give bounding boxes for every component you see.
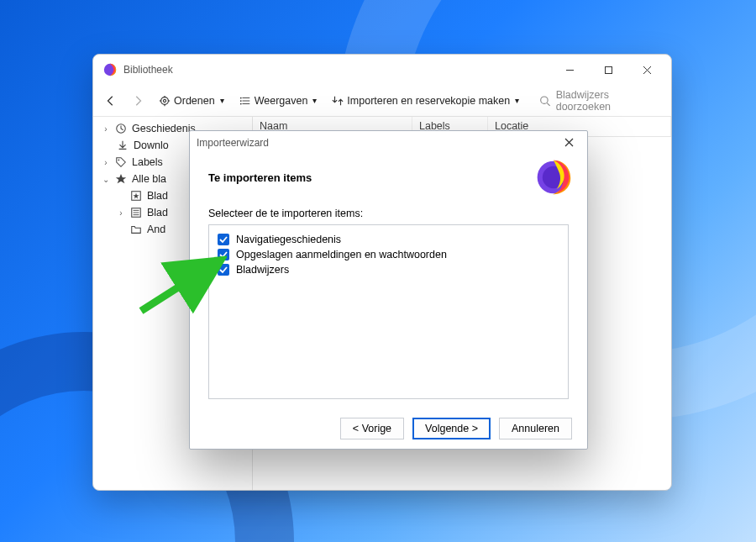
firefox-icon [103,63,117,76]
back-button[interactable]: < Vorige [340,418,404,439]
chevron-down-icon: ▾ [515,96,519,105]
search-placeholder: Bladwijzers doorzoeken [556,89,663,113]
organize-label: Ordenen [174,95,215,107]
gear-icon [159,95,171,107]
wizard-footer: < Vorige Volgende > Annuleren [190,408,587,449]
search-icon [539,95,551,107]
chevron-right-icon: › [102,124,110,134]
svg-line-18 [548,103,550,105]
folder-icon [130,224,142,235]
wizard-body: Selecteer de te importeren items: Naviga… [190,208,587,408]
download-icon [117,139,129,151]
close-button[interactable] [627,57,666,82]
nav-forward-button[interactable] [129,92,147,109]
window-controls [550,57,666,82]
wizard-header: Te importeren items [190,154,587,208]
sidebar-label: Geschiedenis [132,123,196,134]
bookmark-star-icon [130,190,142,202]
import-items-list: Navigatiegeschiedenis Opgeslagen aanmeld… [208,224,569,399]
sidebar-label: Blad [147,207,168,218]
sidebar-label: Labels [132,156,163,168]
sidebar-label: Alle bla [132,173,166,185]
chevron-right-icon: › [102,158,110,167]
chevron-down-icon: ▾ [312,96,317,105]
checkbox-saved-logins[interactable]: Opgeslagen aanmeldingen en wachtwoorden [218,247,559,262]
svg-line-30 [141,264,215,311]
views-label: Weergaven [255,95,308,107]
next-button[interactable]: Volgende > [412,418,491,439]
annotation-arrow [134,252,227,319]
checkbox-checked-icon [218,234,229,245]
svg-point-5 [161,97,169,104]
checkbox-label: Bladwijzers [236,264,289,276]
svg-point-15 [240,100,242,102]
checkbox-label: Navigatiegeschiedenis [236,234,341,245]
svg-point-17 [541,96,548,103]
checkbox-nav-history[interactable]: Navigatiegeschiedenis [218,232,559,247]
wizard-titlebar[interactable]: Importeerwizard [190,131,587,154]
svg-point-16 [240,103,242,104]
list-icon [239,95,251,107]
checkbox-bookmarks[interactable]: Bladwijzers [218,262,559,277]
wizard-window-title: Importeerwizard [197,137,269,149]
import-export-icon [332,95,344,107]
chevron-down-icon: ⌄ [102,175,110,184]
star-icon [115,173,127,185]
import-label: Importeren en reservekopie maken [347,95,510,107]
clock-icon [115,123,127,134]
search-field[interactable]: Bladwijzers doorzoeken [531,89,663,113]
tag-icon [115,156,127,168]
cancel-button[interactable]: Annuleren [499,418,572,439]
sidebar-label: And [147,224,165,235]
wizard-prompt: Selecteer de te importeren items: [208,208,569,219]
nav-back-button[interactable] [102,92,120,109]
svg-point-20 [118,160,120,161]
svg-point-6 [163,99,165,102]
import-wizard-dialog: Importeerwizard Te importeren items Sele… [189,130,588,450]
chevron-down-icon: ▾ [220,96,224,105]
sidebar-label: Downlo [134,139,169,151]
firefox-logo [535,159,572,196]
close-button[interactable] [557,133,580,153]
views-menu[interactable]: Weergaven▾ [236,92,321,109]
checkbox-label: Opgeslagen aanmeldingen en wachtwoorden [236,249,447,260]
chevron-right-icon: › [117,208,125,218]
bookmark-menu-icon [130,207,142,218]
minimize-button[interactable] [550,57,589,82]
maximize-button[interactable] [589,57,627,82]
svg-point-14 [240,97,242,98]
close-icon [564,138,574,147]
window-title: Bibliotheek [123,64,550,76]
toolbar: Ordenen▾ Weergaven▾ Importeren en reserv… [93,85,671,117]
svg-rect-2 [605,66,612,73]
organize-menu[interactable]: Ordenen▾ [155,92,228,109]
import-menu[interactable]: Importeren en reservekopie maken▾ [328,92,522,109]
wizard-heading: Te importeren items [208,171,535,184]
titlebar[interactable]: Bibliotheek [93,55,671,85]
sidebar-label: Blad [147,190,168,202]
